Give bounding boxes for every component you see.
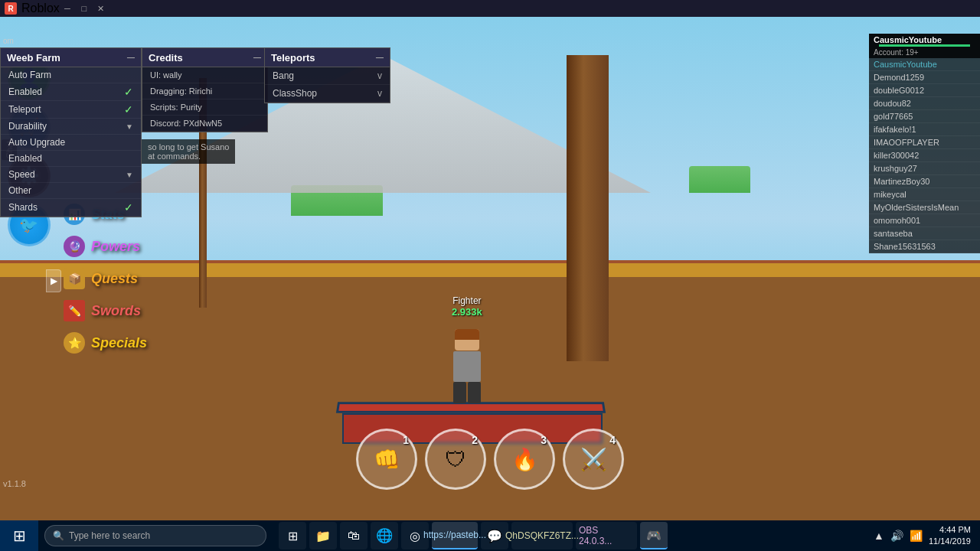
player-santa[interactable]: santaseba [869, 227, 980, 240]
credit-ui: UI: wally [142, 67, 267, 83]
quests-icon: 📦 [64, 268, 85, 289]
armor-icon: 🛡 [445, 447, 466, 472]
file-explorer-button[interactable]: 📁 [309, 522, 337, 549]
teleport-label: Teleport [8, 104, 41, 115]
island-2 [689, 166, 750, 193]
character-head [455, 329, 479, 350]
taskbar-right: ▲ 🔊 📶 4:44 PM 11/14/2019 [864, 524, 980, 548]
player-martinez[interactable]: MartinezBoy30 [869, 175, 980, 188]
credits-close-button[interactable]: ─ [253, 51, 261, 64]
action-slot-4[interactable]: 4 ⚔️ [563, 429, 624, 490]
side-menu: 📊 Stats 🔮 Powers 📦 Quests ✏️ Swords ⭐ Sp… [57, 201, 153, 361]
player-ifak[interactable]: ifakfakelo!1 [869, 123, 980, 136]
shards-row[interactable]: Shards ✓ [1, 199, 141, 217]
character-body [453, 351, 481, 382]
start-button[interactable]: ⊞ [0, 520, 38, 551]
fighter-label: Fighter 2.933k [452, 295, 482, 318]
player-demond[interactable]: Demond1259 [869, 71, 980, 84]
fighter-hp: 2.933k [452, 306, 482, 318]
enabled-row-1[interactable]: Enabled ✓ [1, 83, 141, 101]
other-row[interactable]: Other [1, 183, 141, 199]
sword-icon: ⚔️ [580, 447, 607, 472]
character-hair [455, 329, 479, 340]
action-slot-3[interactable]: 3 🔥 [494, 429, 555, 490]
close-button[interactable]: ✕ [93, 0, 109, 17]
gpu-button[interactable]: QhDSQKFZ6TZ... [511, 522, 573, 549]
auto-farm-row[interactable]: Auto Farm [1, 67, 141, 83]
teleport-classshop-row[interactable]: ClassShop v [265, 85, 390, 103]
player-account: CausmicYoutube [874, 35, 975, 44]
other-label: Other [8, 185, 31, 196]
player-killer[interactable]: killer300042 [869, 149, 980, 162]
player-gold[interactable]: gold77665 [869, 110, 980, 123]
version-label: v1.1.8 [3, 479, 26, 488]
menu-quests-button[interactable]: 📦 Quests [57, 265, 153, 292]
player-doudou[interactable]: doudou82 [869, 97, 980, 110]
taskbar-clock[interactable]: 4:44 PM 11/14/2019 [929, 524, 971, 548]
player-shane[interactable]: Shane15631563 [869, 240, 980, 253]
store-button[interactable]: 🛍 [340, 522, 368, 549]
chat-app-button[interactable]: https://pasteb... [432, 522, 478, 549]
powers-label: Powers [91, 239, 140, 255]
teleports-panel: Teleports ─ Bang v ClassShop v [264, 47, 390, 103]
taskbar-time-display: 4:44 PM [929, 524, 971, 536]
discord-button[interactable]: 💬 [481, 522, 508, 549]
action-slot-1[interactable]: 1 👊 [356, 429, 417, 490]
teleport-bang-arrow: v [377, 70, 382, 81]
fist-icon: 👊 [374, 447, 400, 472]
player-causmic[interactable]: CausmicYoutube [869, 58, 980, 71]
player-account-sub: Account: 19+ [874, 48, 975, 57]
slot-1-number: 1 [403, 434, 409, 446]
speed-row[interactable]: Speed ▼ [1, 167, 141, 183]
show-hidden-icons[interactable]: ▲ [874, 530, 884, 542]
teleport-bang-label: Bang [273, 70, 294, 81]
auto-upgrade-row[interactable]: Auto Upgrade [1, 135, 141, 151]
titlebar: R Roblox ─ □ ✕ [0, 0, 980, 17]
shards-label: Shards [8, 202, 38, 213]
player-krush[interactable]: krushguy27 [869, 162, 980, 175]
action-slot-2[interactable]: 2 🛡 [425, 429, 486, 490]
player-myolder[interactable]: MyOlderSistersIsMean [869, 201, 980, 214]
shards-check: ✓ [124, 201, 133, 214]
fighter-name: Fighter [452, 295, 482, 306]
teleport-bang-row[interactable]: Bang v [265, 67, 390, 85]
slot-3-number: 3 [541, 434, 547, 446]
player-omomo[interactable]: omomoh001 [869, 214, 980, 227]
player-character [444, 329, 490, 406]
player-mikey[interactable]: mikeycal [869, 188, 980, 201]
auto-farm-label: Auto Farm [8, 70, 51, 80]
auto-upgrade-label: Auto Upgrade [8, 137, 65, 148]
volume-icon[interactable]: 🔊 [890, 530, 903, 542]
player-list: CausmicYoutube Account: 19+ CausmicYoutu… [869, 34, 980, 253]
obs-button[interactable]: OBS 24.0.3... [576, 522, 637, 549]
taskview-button[interactable]: ⊞ [279, 522, 306, 549]
teleports-close-button[interactable]: ─ [376, 51, 384, 64]
menu-swords-button[interactable]: ✏️ Swords [57, 297, 153, 324]
player-doubleg[interactable]: doubleG0012 [869, 84, 980, 97]
action-bar: 1 👊 2 🛡 3 🔥 4 ⚔️ [356, 429, 624, 490]
taskbar-icons: ⊞ 📁 🛍 🌐 ◎ https://pasteb... 💬 QhDSQKFZ6T… [273, 522, 864, 549]
search-bar[interactable]: 🔍 Type here to search [44, 525, 266, 546]
weeb-farm-title: Weeb Farm [7, 52, 60, 64]
roblox-taskbar-button[interactable]: 🎮 [640, 522, 668, 549]
solong-line2: at commands. [148, 152, 229, 161]
taskbar: ⊞ 🔍 Type here to search ⊞ 📁 🛍 🌐 ◎ https:… [0, 520, 980, 551]
weeb-farm-close-button[interactable]: ─ [127, 51, 135, 64]
swords-label: Swords [91, 303, 141, 319]
network-icon[interactable]: 📶 [910, 530, 923, 542]
character-leg-right [468, 382, 481, 403]
player-list-header: CausmicYoutube Account: 19+ [869, 34, 980, 58]
enabled-label-2: Enabled [8, 153, 42, 164]
teleport-row[interactable]: Teleport ✓ [1, 101, 141, 119]
maximize-button[interactable]: □ [77, 0, 92, 17]
titlebar-title: Roblox [21, 2, 60, 15]
durability-row[interactable]: Durability ▼ [1, 119, 141, 135]
player-imaoof[interactable]: IMAOOFPLAYER [869, 136, 980, 149]
menu-specials-button[interactable]: ⭐ Specials [57, 329, 153, 357]
titlebar-icon: R [5, 2, 17, 15]
enabled-row-2[interactable]: Enabled [1, 151, 141, 167]
search-icon: 🔍 [53, 530, 64, 541]
menu-powers-button[interactable]: 🔮 Powers [57, 233, 153, 260]
minimize-button[interactable]: ─ [60, 0, 75, 17]
edge-button[interactable]: 🌐 [371, 522, 398, 549]
